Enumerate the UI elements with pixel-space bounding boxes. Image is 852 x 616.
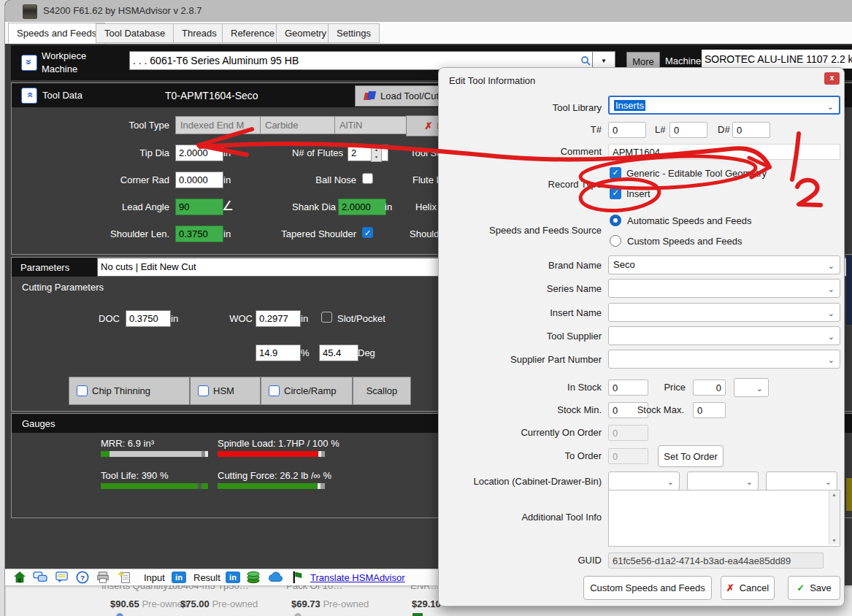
- location-bin-combo[interactable]: ⌄: [766, 471, 837, 490]
- insert-checkbox[interactable]: ✓: [610, 188, 621, 199]
- load-tool-cut-button[interactable]: Load Tool/Cut: [355, 85, 448, 107]
- shoulder-len-field[interactable]: 0.3750: [175, 226, 223, 242]
- tool-library-combo[interactable]: Inserts⌄: [608, 96, 840, 115]
- tab-reference[interactable]: Reference: [222, 23, 283, 43]
- ball-nose-checkbox[interactable]: [362, 173, 373, 184]
- tab-geometry[interactable]: Geometry: [276, 23, 335, 43]
- woc-percent-field[interactable]: 14.9: [256, 344, 301, 361]
- scroll-down-icon[interactable]: ▼: [832, 538, 837, 543]
- coating-combo[interactable]: AlTiN▼: [334, 116, 415, 134]
- listing-price[interactable]: $29.10: [412, 598, 441, 609]
- lead-angle-label: Lead Angle: [95, 201, 169, 212]
- new-report-icon[interactable]: [118, 571, 132, 584]
- slot-pocket-checkbox[interactable]: [321, 312, 332, 323]
- doc-unit: in: [171, 313, 178, 324]
- custom-speeds-feeds-button[interactable]: Custom Speeds and Feeds: [583, 576, 712, 600]
- in-stock-field[interactable]: 0: [608, 380, 648, 396]
- tool-supplier-combo[interactable]: ⌄: [608, 326, 840, 345]
- location-drawer-combo[interactable]: ⌄: [687, 471, 759, 490]
- textarea-scrollbar[interactable]: ▲ ▼: [829, 490, 840, 544]
- tool-supplier-label: Tool Supplier: [439, 331, 602, 342]
- currency-combo[interactable]: ⌄: [734, 378, 769, 397]
- insert-name-combo[interactable]: ⌄: [608, 303, 840, 322]
- flag-icon[interactable]: [291, 571, 303, 584]
- price-field[interactable]: 0: [693, 380, 726, 396]
- flutes-spinner[interactable]: 2: [348, 145, 388, 161]
- tip-dia-unit: in: [223, 147, 231, 158]
- lead-angle-field[interactable]: 90: [175, 199, 223, 215]
- d-number-label: D#: [718, 124, 730, 135]
- result-units-badge[interactable]: in: [226, 571, 240, 583]
- additional-tool-info-textarea[interactable]: ▲ ▼: [608, 490, 840, 547]
- tab-threads[interactable]: Threads: [173, 23, 226, 43]
- tool-material-combo[interactable]: Carbide▼: [260, 116, 343, 134]
- listing-title[interactable]: 100404-m5 Tp50…: [167, 585, 249, 591]
- l-number-field[interactable]: 0: [669, 122, 707, 138]
- background-fragment: [846, 478, 852, 511]
- chip-thinning-button[interactable]: Chip Thinning: [69, 377, 190, 405]
- database-icon[interactable]: [246, 571, 261, 584]
- input-units-badge[interactable]: in: [172, 571, 186, 583]
- price-label: Price: [658, 382, 686, 393]
- stock-max-field[interactable]: 0: [693, 402, 726, 418]
- machine-name-field[interactable]: SOROTEC ALU-LINE 1107 2.2 kW 24: [702, 50, 852, 69]
- tab-tool-database[interactable]: Tool Database: [96, 23, 174, 43]
- help-icon[interactable]: ?: [75, 571, 90, 584]
- listing-thumb-fragment: [116, 613, 123, 616]
- set-to-order-button[interactable]: Set To Order: [658, 445, 724, 467]
- additional-tool-info-label: Additional Tool Info: [439, 512, 602, 523]
- collapse-tool-data-icon[interactable]: »: [21, 88, 37, 104]
- shank-dia-field[interactable]: 2.0000: [338, 199, 386, 215]
- corner-rad-field[interactable]: 0.0000: [175, 172, 223, 188]
- translate-link[interactable]: Translate HSMAdvisor: [310, 572, 405, 583]
- scroll-up-icon[interactable]: ▲: [832, 492, 837, 497]
- doc-field[interactable]: 0.3750: [126, 310, 171, 327]
- t-number-label: T#: [439, 124, 602, 135]
- comment-icon[interactable]: [55, 571, 69, 584]
- listing-price[interactable]: $69.73 Pre-owned: [291, 598, 369, 609]
- circle-ramp-button[interactable]: Circle/Ramp: [261, 377, 353, 405]
- brand-name-combo[interactable]: Seco⌄: [608, 255, 840, 274]
- flutes-spinner-arrows[interactable]: ▲▼: [371, 145, 382, 162]
- hsm-button[interactable]: HSM: [190, 377, 261, 405]
- custom-speeds-radio[interactable]: [610, 235, 621, 247]
- engagement-angle-field[interactable]: 45.4: [319, 344, 358, 361]
- circle-ramp-checkbox[interactable]: [269, 385, 280, 396]
- shank-dia-unit: in: [385, 201, 392, 212]
- d-number-field[interactable]: 0: [732, 122, 770, 138]
- cancel-button[interactable]: ✗ Cancel: [721, 576, 775, 600]
- supplier-part-number-combo[interactable]: ⌄: [608, 350, 840, 369]
- cutting-force-gauge-bar: [218, 483, 325, 489]
- doc-label: DOC: [79, 313, 120, 324]
- collapse-workpiece-icon[interactable]: »: [21, 55, 37, 71]
- save-button[interactable]: ✓ Save: [788, 576, 840, 600]
- t-number-field[interactable]: 0: [608, 122, 646, 138]
- tapered-shoulder-checkbox[interactable]: ✓: [362, 227, 373, 238]
- listing-price[interactable]: $90.65 Pre-owned: [110, 598, 188, 609]
- home-icon[interactable]: [12, 571, 27, 584]
- woc-unit: in: [301, 313, 308, 324]
- search-icon[interactable]: [580, 55, 591, 66]
- listing-title[interactable]: Pack Of 10…: [286, 585, 342, 591]
- tab-settings[interactable]: Settings: [328, 23, 380, 43]
- close-icon[interactable]: x: [824, 72, 840, 85]
- tip-dia-field[interactable]: 2.0000: [175, 145, 223, 161]
- listing-price[interactable]: $75.00 Pre-owned: [180, 598, 258, 609]
- hsm-checkbox[interactable]: [198, 385, 209, 396]
- listing-title[interactable]: ENR…: [410, 585, 440, 591]
- chip-thinning-checkbox[interactable]: [77, 385, 88, 396]
- listing-thumb-fragment: [412, 613, 423, 616]
- scallop-button[interactable]: Scallop: [353, 377, 411, 405]
- print-icon[interactable]: [96, 571, 110, 584]
- chat-icon[interactable]: [33, 571, 47, 584]
- generic-geometry-checkbox[interactable]: ✓: [610, 167, 621, 179]
- series-name-combo[interactable]: ⌄: [608, 279, 840, 298]
- woc-field[interactable]: 0.2977: [256, 310, 301, 327]
- location-cabinet-combo[interactable]: ⌄: [608, 471, 680, 490]
- mrr-gauge-bar: [101, 451, 208, 457]
- comment-field[interactable]: APMT1604: [608, 144, 840, 160]
- tool-type-combo[interactable]: Indexed End M▼: [175, 116, 269, 134]
- tab-speeds-and-feeds[interactable]: Speeds and Feeds: [8, 23, 105, 44]
- automatic-speeds-radio[interactable]: [610, 215, 621, 226]
- cloud-icon[interactable]: [266, 571, 285, 584]
